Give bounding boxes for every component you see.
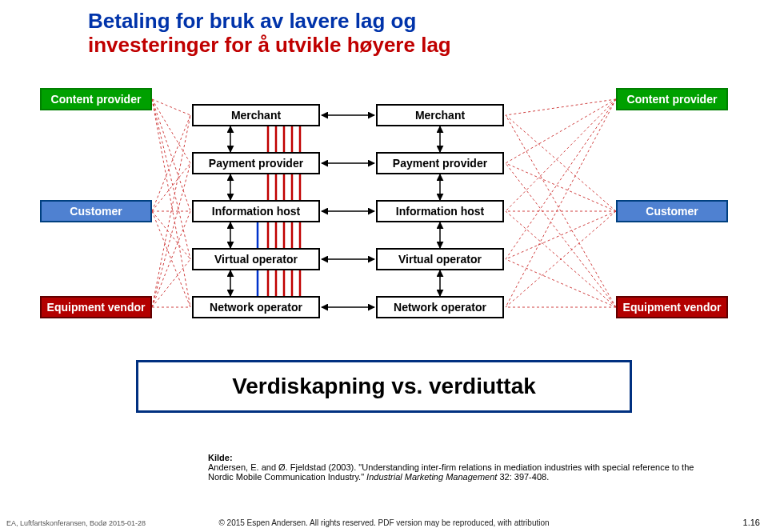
svg-line-32 bbox=[506, 99, 616, 307]
merchant-left: Merchant bbox=[192, 104, 320, 126]
merchant-right: Merchant bbox=[376, 104, 504, 126]
svg-line-31 bbox=[506, 99, 616, 259]
svg-line-15 bbox=[152, 99, 190, 211]
customer-left: Customer bbox=[40, 200, 152, 222]
footer-page-number: 1.16 bbox=[743, 518, 760, 527]
source-label: Kilde: bbox=[208, 453, 233, 462]
equipment-vendor-left: Equipment vendor bbox=[40, 296, 152, 318]
source-citation: Kilde: Andersen, E. and Ø. Fjeldstad (20… bbox=[208, 453, 720, 482]
svg-line-30 bbox=[506, 99, 616, 211]
svg-line-26 bbox=[152, 259, 190, 307]
svg-line-41 bbox=[506, 259, 616, 307]
slide: Betaling for bruk av lavere lag og inves… bbox=[0, 0, 768, 532]
content-provider-left: Content provider bbox=[40, 88, 152, 110]
virtual-operator-left: Virtual operator bbox=[192, 248, 320, 270]
content-provider-right: Content provider bbox=[616, 88, 728, 110]
information-host-right: Information host bbox=[376, 200, 504, 222]
payment-provider-right: Payment provider bbox=[376, 152, 504, 174]
payment-provider-left: Payment provider bbox=[192, 152, 320, 174]
network-operator-left: Network operator bbox=[192, 296, 320, 318]
svg-line-29 bbox=[506, 99, 616, 163]
customer-right: Customer bbox=[616, 200, 728, 222]
source-journal: Industrial Marketing Management bbox=[366, 472, 497, 482]
virtual-operator-right: Virtual operator bbox=[376, 248, 504, 270]
footer-center: © 2015 Espen Andersen. All rights reserv… bbox=[0, 518, 768, 527]
svg-line-28 bbox=[506, 99, 616, 115]
source-pages: 32: 397-408. bbox=[497, 472, 549, 482]
equipment-vendor-right: Equipment vendor bbox=[616, 296, 728, 318]
network-operator-right: Network operator bbox=[376, 296, 504, 318]
svg-line-13 bbox=[152, 99, 190, 115]
information-host-left: Information host bbox=[192, 200, 320, 222]
svg-line-34 bbox=[506, 163, 616, 211]
value-banner: Verdiskapning vs. verdiuttak bbox=[136, 360, 632, 413]
svg-line-40 bbox=[506, 211, 616, 307]
svg-line-14 bbox=[152, 99, 190, 163]
